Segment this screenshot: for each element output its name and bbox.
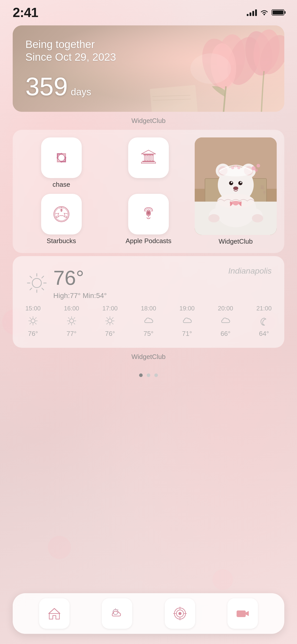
- dock-weather[interactable]: [102, 598, 132, 629]
- together-subtitle: Since Oct 29, 2023: [25, 51, 116, 64]
- svg-marker-100: [49, 608, 60, 614]
- svg-line-97: [112, 323, 113, 324]
- together-title: Being together: [25, 38, 116, 51]
- signal-bars-icon: [247, 9, 257, 16]
- hour-item-1600: 16:00 77°: [64, 305, 79, 338]
- widget-together[interactable]: Being together Since Oct 29, 2023 359day…: [13, 25, 284, 112]
- status-time: 2:41: [13, 5, 38, 20]
- svg-point-38: [231, 182, 232, 183]
- svg-point-48: [256, 164, 260, 167]
- bear-svg: 花 手: [195, 137, 277, 235]
- svg-point-59: [62, 211, 62, 211]
- app-grid: chase: [20, 137, 277, 245]
- chase-label: chase: [53, 181, 70, 189]
- svg-marker-18: [141, 150, 156, 154]
- svg-line-99: [107, 323, 108, 324]
- podcasts-label: Apple Podcasts: [126, 237, 172, 245]
- dock: [13, 593, 284, 634]
- svg-point-39: [240, 182, 242, 183]
- svg-marker-112: [246, 611, 249, 616]
- svg-rect-25: [141, 162, 156, 163]
- app-icon-starbucks[interactable]: Starbucks: [20, 194, 102, 245]
- hour-cloud-icon-3: [220, 316, 231, 326]
- app-icon-podcasts[interactable]: Apple Podcasts: [107, 194, 189, 245]
- svg-rect-21: [147, 155, 148, 161]
- hour-sun-icon-1: [28, 316, 38, 326]
- svg-point-73: [31, 319, 35, 323]
- svg-line-89: [74, 318, 75, 319]
- hour-cloud-icon-2: [182, 316, 192, 326]
- svg-point-106: [178, 612, 182, 615]
- svg-point-49: [255, 169, 258, 172]
- hour-item-2100: 21:00 64°: [256, 305, 272, 338]
- svg-point-37: [238, 181, 242, 185]
- svg-rect-20: [144, 155, 146, 161]
- svg-point-52: [234, 165, 237, 167]
- svg-line-69: [30, 276, 32, 278]
- page-dot-2[interactable]: [147, 373, 150, 377]
- svg-point-46: [252, 214, 263, 222]
- svg-point-45: [208, 214, 219, 222]
- target-icon: [172, 606, 188, 621]
- svg-rect-22: [150, 155, 151, 161]
- svg-text:手: 手: [262, 191, 266, 195]
- weather-city: Indianapolis: [228, 266, 272, 276]
- bear-widget-label: WidgetClub: [219, 238, 253, 245]
- status-icons: [247, 9, 284, 16]
- hour-item-2000: 20:00 66°: [218, 305, 233, 338]
- hour-item-1900: 19:00 71°: [179, 305, 195, 338]
- svg-point-51: [231, 166, 234, 169]
- bear-widget[interactable]: 花 手 WidgetClub: [195, 137, 277, 245]
- hour-item-1800: 18:00 75°: [141, 305, 156, 338]
- svg-point-8: [190, 53, 231, 84]
- page-dot-3[interactable]: [154, 373, 158, 377]
- weather-temp: 76°: [53, 266, 107, 290]
- svg-point-91: [108, 319, 112, 323]
- podcasts-icon: [138, 204, 159, 224]
- app-icon-chase[interactable]: chase: [20, 137, 102, 189]
- svg-point-42: [233, 202, 238, 206]
- svg-line-90: [68, 323, 69, 324]
- starbucks-icon: [51, 204, 72, 224]
- bear-image: 花 手: [195, 137, 277, 235]
- hour-item-1500: 15:00 76°: [25, 305, 41, 338]
- svg-text:花: 花: [260, 185, 264, 190]
- dock-video[interactable]: [227, 598, 258, 629]
- weather-detail: High:77° Min:54°: [53, 292, 107, 300]
- bank-icon: [138, 148, 159, 168]
- svg-rect-23: [152, 155, 153, 161]
- svg-line-71: [42, 276, 44, 278]
- svg-line-96: [107, 318, 108, 319]
- status-bar: 2:41: [0, 0, 297, 20]
- hour-moon-icon: [259, 316, 269, 326]
- svg-line-78: [30, 318, 31, 319]
- hour-item-1700: 17:00 76°: [102, 305, 118, 338]
- svg-point-82: [70, 319, 74, 323]
- app-icon-bank[interactable]: [107, 137, 189, 189]
- home-icon: [47, 606, 62, 621]
- svg-point-58: [60, 211, 61, 211]
- tulip-decoration: [137, 25, 284, 112]
- page-dot-1[interactable]: [139, 373, 143, 377]
- svg-line-87: [68, 318, 69, 319]
- weather-attribution: WidgetClub: [13, 351, 284, 366]
- svg-line-70: [42, 288, 44, 290]
- starbucks-label: Starbucks: [47, 237, 76, 245]
- dock-home[interactable]: [39, 598, 70, 629]
- hour-cloud-icon-1: [143, 316, 154, 326]
- svg-line-103: [117, 609, 118, 610]
- svg-rect-9: [150, 85, 198, 112]
- dock-target[interactable]: [165, 598, 195, 629]
- days-label: days: [71, 87, 91, 97]
- svg-line-98: [112, 318, 113, 319]
- video-icon: [235, 606, 250, 621]
- hour-sun-icon-3: [105, 316, 115, 326]
- svg-point-64: [32, 278, 41, 288]
- svg-point-53: [237, 166, 240, 169]
- main-content: Being together Since Oct 29, 2023 359day…: [0, 20, 297, 387]
- svg-point-36: [229, 181, 233, 185]
- page-dots: [13, 366, 284, 387]
- svg-line-88: [74, 323, 75, 324]
- svg-line-81: [30, 323, 31, 324]
- hourly-forecast: 15:00 76° 16:00: [25, 305, 272, 338]
